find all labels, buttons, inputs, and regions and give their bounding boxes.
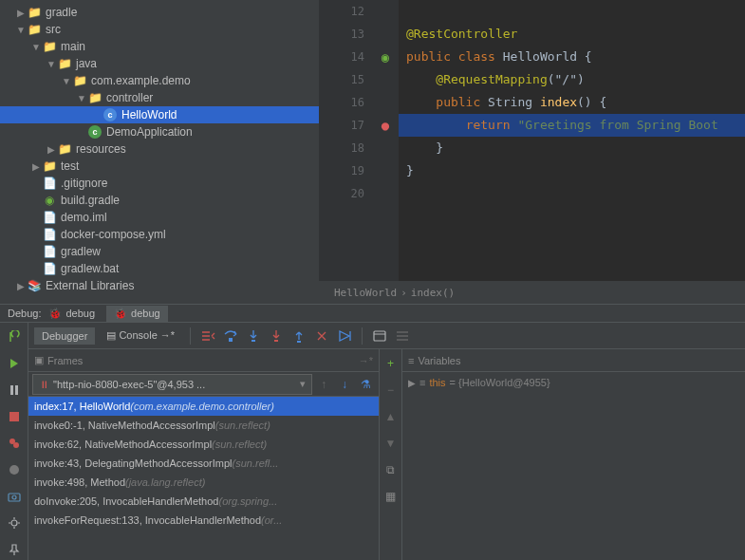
frame-item[interactable]: invoke:43, DelegatingMethodAccessorImpl … — [28, 454, 379, 473]
breakpoint-icon[interactable]: ● — [382, 118, 389, 133]
frames-list[interactable]: index:17, HelloWorld (com.example.demo.c… — [28, 397, 379, 560]
tree-label: External Libraries — [46, 279, 134, 292]
file-icon: 📄 — [42, 210, 57, 225]
console-tab[interactable]: ▤ Console →* — [99, 327, 182, 345]
rerun-button[interactable] — [4, 327, 25, 347]
tree-item-src[interactable]: ▼📁src — [0, 21, 319, 38]
resume-button[interactable] — [4, 353, 25, 374]
tree-item-java[interactable]: ▼📁java — [0, 55, 319, 72]
view-breakpoints-button[interactable] — [4, 433, 25, 454]
tree-label: docker-compose.yml — [61, 228, 166, 241]
step-over-button[interactable] — [221, 327, 240, 345]
tree-item-test[interactable]: ▶📁test — [0, 158, 319, 175]
code-editor[interactable]: 12 13 14 15 16 17 18 19 20 ◉ ● — [319, 0, 745, 304]
evaluate-expression-button[interactable] — [370, 327, 389, 345]
variables-label: Variables — [418, 355, 460, 366]
pin-icon[interactable] — [4, 539, 25, 560]
remove-watch-button[interactable]: − — [381, 380, 401, 401]
spring-run-icon[interactable]: ◉ — [382, 49, 389, 65]
chevron-down-icon: ▼ — [46, 59, 57, 69]
breadcrumb-sep: › — [400, 287, 407, 299]
tree-item-docker[interactable]: 📄docker-compose.yml — [0, 226, 319, 243]
up-button[interactable]: ▲ — [381, 406, 401, 427]
bug-icon: 🐞 — [48, 308, 62, 320]
suspended-icon: ⏸ — [39, 379, 49, 390]
force-step-into-button[interactable] — [267, 327, 286, 345]
breadcrumb[interactable]: HelloWorld › index() — [319, 281, 745, 304]
tree-item-resources[interactable]: ▶📁resources — [0, 140, 319, 158]
frame-item[interactable]: index:17, HelloWorld (com.example.demo.c… — [28, 397, 379, 416]
step-into-button[interactable] — [244, 327, 263, 345]
tree-item-buildgradle[interactable]: ◉build.gradle — [0, 192, 319, 209]
variables-panel: + − ▲ ▼ ⧉ ▦ ≡ Variables ▶ — [380, 349, 745, 560]
filter-button[interactable]: ⚗ — [356, 375, 375, 394]
variables-icon: ≡ — [408, 355, 414, 366]
pause-button[interactable] — [4, 380, 25, 401]
settings-icon[interactable] — [4, 513, 25, 533]
mute-breakpoints-button[interactable] — [4, 459, 25, 480]
thread-dropdown[interactable]: ⏸ "http-nio-8080-exec-5"@4,953 ... ▾ — [32, 374, 312, 395]
chevron-down-icon: ▼ — [15, 25, 27, 35]
tree-label: resources — [76, 142, 126, 156]
show-execution-point-button[interactable] — [198, 327, 217, 345]
trace-button[interactable] — [393, 327, 412, 345]
tree-label: gradlew.bat — [61, 262, 119, 275]
code-token: class — [458, 49, 495, 64]
variables-toolbar: + − ▲ ▼ ⧉ ▦ — [380, 349, 402, 560]
tree-item-main[interactable]: ▼📁main — [0, 38, 319, 55]
variable-value: = {HelloWorld@4955} — [450, 377, 550, 388]
chevron-down-icon: ▼ — [61, 76, 72, 86]
frame-location: index:17, HelloWorld — [34, 401, 130, 412]
tab-label: debug — [65, 308, 95, 319]
tree-item-helloworld[interactable]: cHelloWorld — [0, 106, 319, 123]
variable-item[interactable]: ▶ ≡ this = {HelloWorld@4955} — [402, 372, 745, 393]
prev-frame-button[interactable]: ↑ — [314, 375, 333, 394]
next-frame-button[interactable]: ↓ — [335, 375, 354, 394]
drop-frame-button[interactable] — [312, 327, 331, 345]
frame-location: invoke:498, Method — [34, 476, 125, 488]
line-number: 18 — [319, 137, 364, 159]
stop-button[interactable] — [4, 406, 25, 427]
duplicate-button[interactable]: ⧉ — [381, 459, 401, 480]
tree-item-gradlew[interactable]: 📄gradlew — [0, 243, 319, 260]
frame-item[interactable]: invokeForRequest:133, InvocableHandlerMe… — [28, 511, 379, 530]
docker-icon: 📄 — [42, 227, 57, 242]
run-to-cursor-button[interactable] — [335, 327, 354, 345]
tree-item-demoiml[interactable]: 📄demo.iml — [0, 209, 319, 226]
svg-rect-11 — [274, 340, 278, 342]
line-number: 19 — [319, 159, 364, 182]
tree-label: controller — [106, 91, 153, 104]
frame-item[interactable]: invoke:62, NativeMethodAccessorImpl (sun… — [28, 435, 379, 454]
show-watches-button[interactable]: ▦ — [381, 486, 401, 507]
tree-item-controller[interactable]: ▼📁controller — [0, 89, 319, 106]
debug-config-tab[interactable]: 🐞debug — [41, 306, 102, 322]
frame-item[interactable]: doInvoke:205, InvocableHandlerMethod (or… — [28, 492, 379, 511]
debugger-tab[interactable]: Debugger — [34, 327, 95, 345]
down-button[interactable]: ▼ — [381, 433, 401, 454]
tree-item-demoapp[interactable]: cDemoApplication — [0, 123, 319, 140]
step-out-button[interactable] — [289, 327, 308, 345]
debug-config-tab-active[interactable]: 🐞debug — [106, 306, 168, 322]
tree-label: demo.iml — [61, 211, 107, 224]
frame-package: (com.example.demo.controller) — [130, 401, 274, 412]
breadcrumb-class[interactable]: HelloWorld — [334, 287, 397, 299]
restore-layout-icon[interactable]: →* — [359, 355, 373, 366]
project-tree[interactable]: ▶📁gradle ▼📁src ▼📁main ▼📁java ▼📁com.examp… — [0, 0, 319, 304]
code-token: HelloWorld — [503, 49, 577, 64]
console-icon: ▤ — [106, 329, 116, 341]
tree-label: gradle — [46, 6, 77, 19]
tree-item-gitignore[interactable]: 📄.gitignore — [0, 175, 319, 192]
frame-item[interactable]: invoke:498, Method (java.lang.reflect) — [28, 473, 379, 492]
tree-item-package[interactable]: ▼📁com.example.demo — [0, 72, 319, 89]
camera-icon[interactable] — [4, 486, 25, 507]
tree-item-extlibs[interactable]: ▶📚External Libraries — [0, 277, 319, 294]
tree-item-gradle[interactable]: ▶📁gradle — [0, 4, 319, 21]
frame-item[interactable]: invoke0:-1, NativeMethodAccessorImpl (su… — [28, 416, 379, 435]
code-token: } — [406, 163, 414, 177]
code-token: { — [577, 49, 592, 64]
breadcrumb-method[interactable]: index() — [411, 287, 455, 299]
debug-panel: Debug: 🐞debug 🐞debug Debugger ▤ Console … — [0, 304, 745, 560]
add-watch-button[interactable]: + — [381, 353, 401, 374]
code-area[interactable]: @RestController public class HelloWorld … — [399, 0, 745, 281]
tree-item-gradlewbat[interactable]: 📄gradlew.bat — [0, 260, 319, 277]
